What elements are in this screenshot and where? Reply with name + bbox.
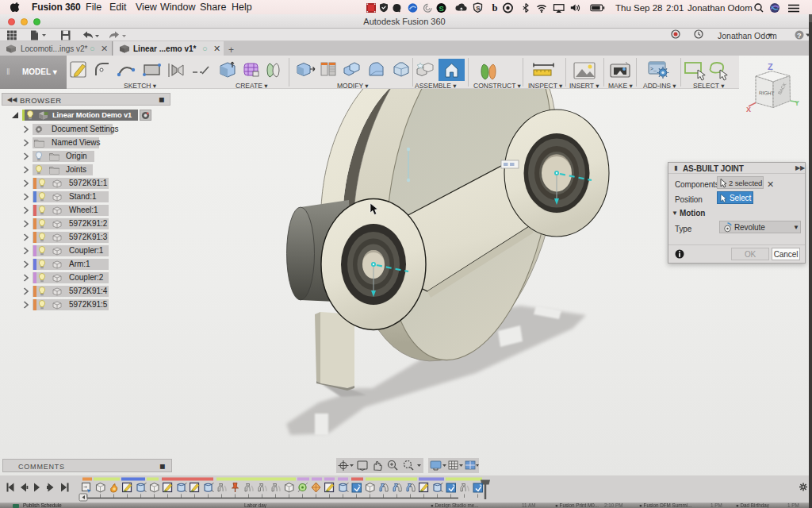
svg-text:X: X bbox=[746, 106, 751, 114]
svg-text:Y: Y bbox=[795, 99, 799, 107]
svg-text:RIGHT: RIGHT bbox=[759, 90, 775, 96]
svg-text:S: S bbox=[439, 3, 443, 12]
svg-text:Z: Z bbox=[768, 62, 773, 71]
svg-text:>_: >_ bbox=[650, 67, 657, 72]
svg-text:b: b bbox=[492, 2, 498, 13]
svg-text:S: S bbox=[476, 5, 481, 12]
svg-text:?: ? bbox=[797, 32, 802, 40]
